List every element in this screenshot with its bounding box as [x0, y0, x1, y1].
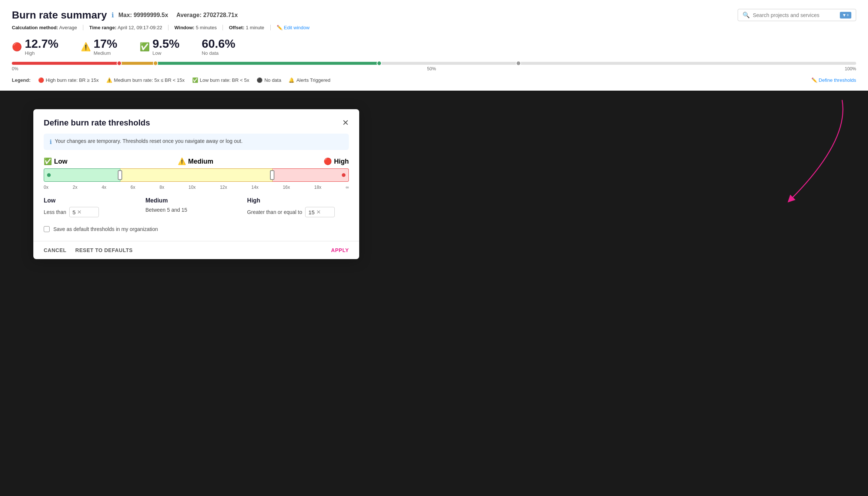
legend-medium: ⚠️ Medium burn rate: 5x ≤ BR < 15x [106, 77, 185, 83]
calculation-method: Calculation method: Average [12, 25, 83, 30]
warning-icon: ⚠️ [81, 42, 91, 52]
arrow-annotation [742, 96, 853, 215]
axis-12x: 12x [220, 185, 227, 190]
edit-window-button[interactable]: ✏️ Edit window [277, 25, 310, 30]
threshold-medium-title: Medium [146, 197, 247, 204]
threshold-axis: 0x 2x 4x 6x 8x 10x 12x 14x 16x 18x ∞ [33, 183, 359, 190]
save-defaults-checkbox[interactable] [44, 226, 50, 232]
dot-red [117, 61, 122, 66]
define-thresholds-button[interactable]: ✏️ Define thresholds [811, 77, 856, 83]
meta-row: Calculation method: Average Time range: … [12, 25, 856, 30]
progress-green [156, 62, 379, 65]
modal-info-icon: ℹ [50, 138, 52, 145]
track-red [273, 168, 349, 182]
label-0: 0% [12, 66, 18, 71]
axis-16x: 16x [283, 185, 290, 190]
stat-high: 🔴 12.7% High [12, 38, 59, 56]
stat-medium: ⚠️ 17% Medium [81, 38, 117, 56]
stat-medium-value: 17% [94, 38, 117, 50]
label-100: 100% [845, 66, 856, 71]
track-green [44, 168, 120, 182]
pencil-icon-2: ✏️ [811, 77, 817, 83]
legend-high: 🔴 High burn rate: BR ≥ 15x [38, 77, 99, 83]
legend-label: Legend: [12, 77, 31, 83]
apply-button[interactable]: APPLY [331, 247, 349, 253]
stat-low: ✅ 9.5% Low [140, 38, 180, 56]
progress-yellow [119, 62, 156, 65]
filter-icon[interactable]: ▼+ [840, 12, 851, 19]
legend-low: ✅ Low burn rate: BR < 5x [192, 77, 249, 83]
threshold-track [44, 168, 349, 182]
header-row: Burn rate summary ℹ Max: 99999999.5x Ave… [12, 9, 856, 21]
header-left: Burn rate summary ℹ Max: 99999999.5x Ave… [12, 9, 238, 21]
threshold-low-desc: Less than 5 ✕ [44, 207, 146, 217]
threshold-low-group: Low Less than 5 ✕ [44, 197, 146, 217]
modal-header: Define burn rate thresholds ✕ [33, 109, 359, 134]
modal-title: Define burn rate thresholds [44, 118, 150, 128]
axis-4x: 4x [101, 185, 106, 190]
stats-row: 🔴 12.7% High ⚠️ 17% Medium ✅ 9.5% Low 60… [12, 38, 856, 56]
threshold-medium-desc: Between 5 and 15 [146, 207, 247, 213]
axis-18x: 18x [314, 185, 321, 190]
legend-medium-text: Medium burn rate: 5x ≤ BR < 15x [114, 77, 185, 83]
check-icon: ✅ [140, 42, 150, 52]
search-input[interactable] [753, 12, 837, 18]
legend-high-text: High burn rate: BR ≥ 15x [46, 77, 99, 83]
progress-red [12, 62, 119, 65]
footer-left: CANCEL RESET TO DEFAULTS [44, 247, 133, 253]
track-handle-low[interactable] [118, 170, 122, 180]
dot-yellow [153, 61, 158, 66]
legend-nodata: ⚫ No data [257, 77, 281, 83]
reset-button[interactable]: RESET TO DEFAULTS [75, 247, 133, 253]
axis-10x: 10x [188, 185, 196, 190]
legend-check-icon: ✅ [192, 77, 198, 83]
checkbox-label: Save as default thresholds in my organiz… [53, 226, 158, 232]
axis-2x: 2x [73, 185, 77, 190]
modal-close-button[interactable]: ✕ [342, 119, 349, 127]
track-handle-medium[interactable] [270, 170, 274, 180]
threshold-high-group: High Greater than or equal to 15 ✕ [247, 197, 349, 217]
legend-error-icon: 🔴 [38, 77, 44, 83]
threshold-low-title: Low [44, 197, 146, 204]
red-dot [342, 173, 345, 177]
main-panel: Burn rate summary ℹ Max: 99999999.5x Ave… [0, 0, 868, 91]
legend-low-text: Low burn rate: BR < 5x [200, 77, 249, 83]
bell-icon: 🔔 [288, 77, 294, 83]
threshold-high-desc: Greater than or equal to 15 ✕ [247, 207, 349, 217]
threshold-low-input[interactable]: 5 ✕ [69, 207, 99, 217]
axis-6x: 6x [131, 185, 136, 190]
low-input-clear[interactable]: ✕ [77, 209, 82, 215]
warning-icon-medium: ⚠️ [178, 157, 186, 165]
threshold-high-input[interactable]: 15 ✕ [305, 207, 335, 217]
threshold-label-medium: ⚠️ Medium [178, 157, 213, 165]
threshold-labels: ✅ Low ⚠️ Medium 🔴 High [33, 157, 359, 165]
stat-nodata-value: 60.6% [202, 38, 236, 50]
progress-labels: 0% 50% 100% [12, 66, 856, 71]
stat-medium-label: Medium [94, 50, 117, 56]
stat-high-value: 12.7% [25, 38, 59, 50]
progress-container: 0% 50% 100% [12, 62, 856, 71]
stat-low-value: 9.5% [153, 38, 180, 50]
search-bar[interactable]: 🔍 ▼+ [738, 9, 856, 21]
axis-8x: 8x [160, 185, 164, 190]
error-icon: 🔴 [12, 42, 22, 52]
label-50: 50% [427, 66, 436, 71]
legend-dot-icon: ⚫ [257, 77, 263, 83]
legend-warning-icon: ⚠️ [106, 77, 112, 83]
high-input-clear[interactable]: ✕ [316, 209, 321, 215]
error-icon-high: 🔴 [324, 157, 332, 165]
cancel-button[interactable]: CANCEL [44, 247, 66, 253]
green-dot [47, 173, 51, 177]
info-icon: ℹ [111, 11, 114, 19]
time-range: Time range: April 12, 09:17-09:22 [89, 25, 168, 30]
dot-green [377, 61, 382, 66]
threshold-track-container [33, 168, 359, 182]
legend-alerts-text: Alerts Triggered [296, 77, 330, 83]
define-thresholds-label: Define thresholds [819, 77, 856, 83]
stat-nodata-label: No data [202, 50, 236, 56]
stat-low-label: Low [153, 50, 180, 56]
threshold-label-high: 🔴 High [324, 157, 349, 165]
window: Window: 5 minutes [174, 25, 223, 30]
threshold-inputs: Low Less than 5 ✕ Medium Between 5 and 1… [33, 197, 359, 217]
modal-info-text: Your changes are temporary. Thresholds r… [55, 138, 243, 144]
